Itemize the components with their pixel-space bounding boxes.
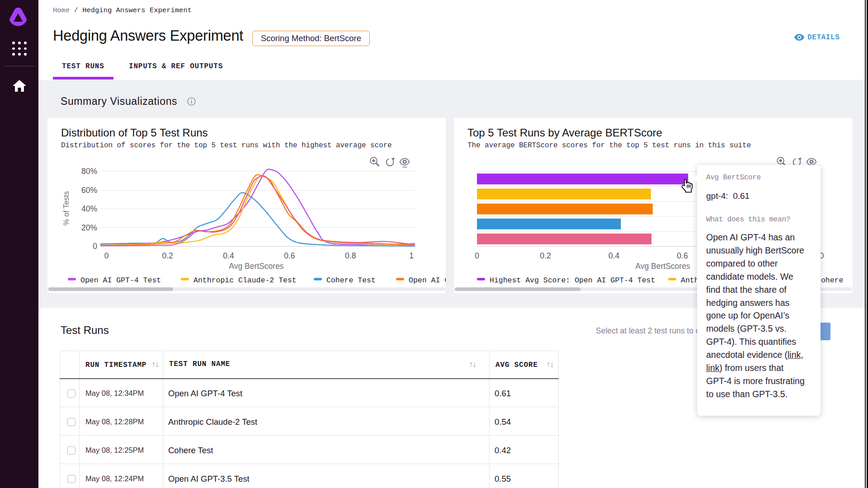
svg-text:0: 0 [475,251,479,260]
svg-text:0.8: 0.8 [345,251,356,260]
svg-text:0.4: 0.4 [609,251,620,260]
svg-text:0: 0 [93,242,97,251]
svg-text:Avg BertScores: Avg BertScores [635,262,690,271]
svg-text:1: 1 [409,251,414,260]
svg-text:0.2: 0.2 [162,251,173,260]
svg-text:Anthropic Claude-2 Test: Anthropic Claude-2 Test [193,276,297,285]
svg-text:80%: 80% [81,167,97,176]
svg-text:20%: 20% [81,223,97,232]
svg-text:0: 0 [104,251,109,260]
svg-text:0.6: 0.6 [677,251,688,260]
svg-text:Cohere Test: Cohere Test [326,276,376,285]
svg-text:Avg BertScores: Avg BertScores [229,262,284,271]
svg-text:60%: 60% [81,186,97,195]
svg-text:0.2: 0.2 [540,251,551,260]
svg-text:Open AI G: Open AI G [409,276,446,285]
svg-text:Highest Avg Score: Open AI GPT: Highest Avg Score: Open AI GPT-4 Test [490,276,655,285]
svg-text:0.6: 0.6 [284,251,295,260]
svg-text:% of Tests: % of Tests [62,191,70,225]
svg-text:Open AI GPT-4 Test: Open AI GPT-4 Test [80,276,161,285]
svg-text:40%: 40% [81,204,97,213]
svg-text:0.4: 0.4 [223,251,234,260]
